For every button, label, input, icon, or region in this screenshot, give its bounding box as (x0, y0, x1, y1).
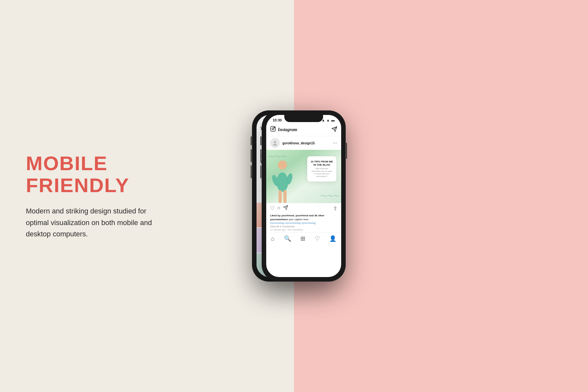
phone-right: 10:30 ▲▲▲ ▲ ▬ (262, 110, 346, 282)
heart-nav-icon-right[interactable]: ♡ (315, 235, 320, 242)
svg-rect-12 (283, 190, 287, 203)
phone-right-screen: 10:30 ▲▲▲ ▲ ▬ (266, 115, 341, 277)
svg-point-4 (274, 127, 275, 128)
post-caption: Liked by yourfriend, yourfriend and 36 o… (266, 213, 341, 232)
post-options-icon[interactable]: ⋯ (333, 140, 337, 146)
instagram-logo-icon (270, 126, 276, 133)
wifi-icon-right: ▲ (326, 118, 330, 122)
phone-silent-button (251, 165, 252, 178)
left-content: MOBILE FRIENDLY Modern and striking desi… (26, 152, 162, 240)
phone-right-vol-up (260, 136, 261, 145)
profile-nav-icon-right[interactable]: 👤 (329, 235, 336, 242)
post-likes-text: Liked by yourfriend, yourfriend and 36 o… (270, 214, 337, 217)
phone-volume-down-button (251, 149, 252, 162)
svg-point-8 (273, 144, 277, 146)
blog-card-title: 10 TIPS FROM ME IN THE BLOG (310, 160, 333, 166)
save-icon[interactable]: ⇧ (333, 205, 337, 211)
post-image: 〜〜〜 〜〜〜 (266, 150, 341, 203)
comment-icon[interactable]: ○ (277, 205, 280, 211)
phone-right-notch (284, 115, 323, 122)
search-nav-icon-right[interactable]: 🔍 (284, 235, 291, 242)
wavy-deco-bottom: 〜〜〜 (320, 192, 340, 201)
phone-right-power (346, 143, 347, 159)
caption-username: yournamehere (270, 218, 288, 221)
instagram-wordmark: Instagram (278, 127, 297, 132)
person-figure (272, 158, 293, 203)
post-hashtags: #yourhastag #yourhashtag #yourhastag (270, 222, 337, 224)
like-icon[interactable]: ♡ (270, 205, 275, 211)
post-actions: ♡ ○ ⇧ (266, 203, 341, 213)
phone-volume-up-button (251, 136, 252, 145)
add-nav-icon-right[interactable]: ⊞ (300, 235, 305, 242)
view-comments-link[interactable]: View All 4 Comments (270, 225, 337, 228)
right-panel: 10:30 ▲▲▲ ▲ ▬ (294, 0, 588, 392)
svg-point-7 (274, 141, 276, 143)
blog-card-subtitle: what important information do you want t… (310, 168, 333, 178)
caption-body: your caption here (289, 218, 309, 221)
phone-right-silent (260, 165, 261, 178)
post-username: gorokhova_design15 (282, 141, 315, 145)
dm-icon[interactable] (331, 126, 337, 133)
svg-rect-11 (278, 190, 282, 203)
post-time: 11 minutes ago · See Translation (270, 229, 337, 231)
instagram-brand: Instagram (270, 126, 297, 133)
feed-header: Instagram (266, 123, 341, 136)
home-nav-icon-right[interactable]: ⌂ (271, 235, 275, 242)
post-user-info: gorokhova_design15 (270, 138, 315, 148)
phone-right-vol-down (260, 149, 261, 162)
status-time-right: 10:30 (273, 118, 282, 122)
share-icon[interactable] (283, 205, 288, 211)
post-user-row: gorokhova_design15 ⋯ (266, 136, 341, 150)
bottom-nav-right: ⌂ 🔍 ⊞ ♡ 👤 (266, 232, 341, 244)
headline: MOBILE FRIENDLY (26, 152, 162, 196)
description: Modern and striking design studied for o… (26, 205, 162, 240)
svg-point-3 (272, 128, 274, 130)
post-actions-left: ♡ ○ (270, 205, 288, 211)
blog-tip-card: 10 TIPS FROM ME IN THE BLOG what importa… (307, 156, 336, 181)
battery-icon-right: ▬ (331, 118, 335, 122)
svg-point-9 (278, 160, 287, 170)
left-panel: MOBILE FRIENDLY Modern and striking desi… (0, 0, 294, 392)
post-user-avatar (270, 138, 280, 148)
post-caption-text: yournamehere your caption here (270, 218, 337, 221)
